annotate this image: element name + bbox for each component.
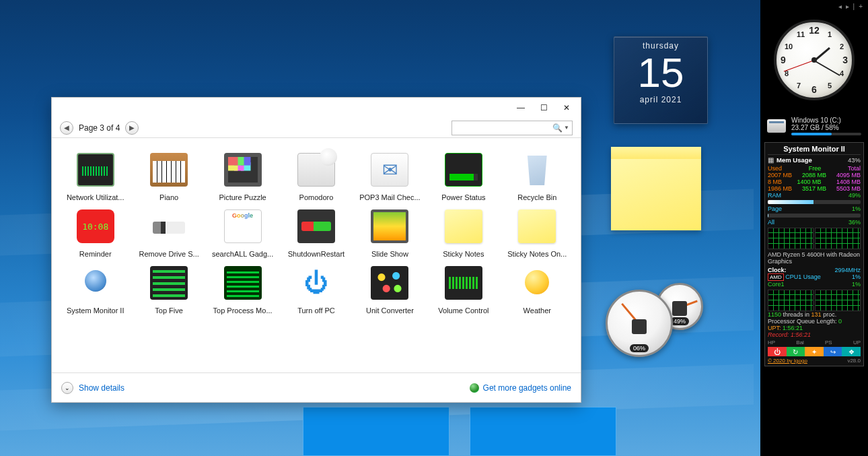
- restart-icon[interactable]: ↻: [787, 347, 805, 356]
- clock-row: Clock:2994MHz: [768, 267, 861, 273]
- cpu-meter-gadget[interactable]: 49% 06%: [606, 283, 754, 364]
- gadget-item-shutdown[interactable]: ShutdownRestart: [279, 205, 353, 258]
- gadget-gallery-window: — ☐ ✕ ◀ Page 3 of 4 ▶ 🔍 ▼ Network Utiliz…: [51, 97, 581, 403]
- gadget-item-sysmon[interactable]: System Monitor II: [59, 262, 132, 315]
- battery-icon: [445, 153, 482, 187]
- gadget-item-piano[interactable]: Piano: [132, 149, 205, 201]
- gadget-item-network[interactable]: Network Utilizat...: [59, 149, 132, 201]
- mail-icon: [371, 153, 408, 187]
- cpu-graphs: [768, 228, 861, 249]
- slideshow-icon: [371, 209, 408, 243]
- gadget-label: Recycle Bin: [503, 193, 571, 201]
- sticky-note-gadget[interactable]: [611, 147, 701, 230]
- cpu-graph-2: [815, 228, 861, 249]
- calendar-gadget[interactable]: thursday 15 april 2021: [614, 36, 708, 124]
- minimize-button[interactable]: —: [509, 100, 532, 115]
- clock-num-2: 2: [840, 42, 844, 51]
- piano-icon: [150, 153, 188, 187]
- power-icon[interactable]: ⏻: [768, 347, 787, 356]
- col-used: Used: [768, 165, 782, 172]
- gadget-item-sticky[interactable]: Sticky Notes: [427, 205, 500, 258]
- lock-icon[interactable]: ❖: [842, 347, 861, 356]
- cpu-chip-icon: [632, 319, 647, 334]
- search-dropdown-icon[interactable]: ▼: [564, 125, 569, 131]
- sidebar-add-icon[interactable]: +: [859, 3, 863, 10]
- gadget-item-top-process[interactable]: Top Process Mo...: [206, 262, 279, 315]
- gadget-label: System Monitor II: [62, 306, 129, 315]
- credit-link[interactable]: © 2020 by Igogo: [768, 358, 807, 364]
- maximize-button[interactable]: ☐: [532, 100, 555, 115]
- gadget-label: Sticky Notes: [430, 250, 497, 258]
- process-list-icon: [150, 266, 188, 300]
- clock-num-11: 11: [797, 30, 805, 38]
- gadget-item-slideshow[interactable]: Slide Show: [353, 205, 427, 258]
- get-more-gadgets-link[interactable]: Get more gadgets online: [483, 383, 571, 393]
- drive-info: Windows 10 (C:) 23.27 GB / 58%: [791, 117, 861, 135]
- gadget-label: Top Five: [135, 306, 203, 315]
- chevron-down-icon[interactable]: ⌄: [61, 382, 73, 394]
- mem-pct: 43%: [848, 156, 861, 164]
- search-box[interactable]: 🔍 ▼: [451, 121, 573, 135]
- drive-status: 23.27 GB / 58%: [791, 124, 861, 131]
- recycle-bin-icon: [518, 153, 556, 187]
- globe-icon: [470, 383, 479, 393]
- clock-num-6: 6: [811, 84, 817, 95]
- gadget-item-volume[interactable]: Volume Control: [427, 262, 500, 315]
- gadget-item-turnoff[interactable]: Turn off PC: [279, 262, 353, 315]
- drive-meter-gadget[interactable]: Windows 10 (C:) 23.27 GB / 58%: [764, 114, 864, 138]
- show-details-link[interactable]: Show details: [79, 383, 124, 393]
- gadget-label: Power Status: [430, 193, 497, 201]
- close-button[interactable]: ✕: [555, 100, 578, 115]
- cpu-dial-value: 06%: [630, 344, 649, 352]
- gadget-item-searchall[interactable]: searchALL Gadg...: [206, 205, 279, 258]
- clock-minute-hand: [814, 60, 840, 76]
- gadget-label: ShutdownRestart: [283, 250, 350, 258]
- network-icon: [77, 153, 114, 187]
- monitor-footer-labels: HPBal PSUP: [768, 339, 861, 346]
- ram-dial-value: 49%: [670, 317, 689, 325]
- gadget-item-puzzle[interactable]: Picture Puzzle: [206, 149, 279, 201]
- cpu-name: AMD Ryzen 5 4600H with Radeon Graphics: [768, 251, 861, 265]
- puzzle-icon: [224, 153, 262, 187]
- ram-row: RAM49%: [768, 192, 861, 199]
- sidebar-next-icon[interactable]: ▸: [846, 3, 849, 10]
- gadget-item-pomodoro[interactable]: Pomodoro: [279, 149, 353, 201]
- pomodoro-icon: [297, 153, 335, 187]
- calendar-date: 15: [614, 52, 707, 94]
- window-titlebar[interactable]: — ☐ ✕: [52, 98, 581, 118]
- search-input[interactable]: [455, 124, 552, 132]
- core-graph-2: [815, 290, 861, 311]
- threads-row: 1150 threads in 131 proc.: [768, 311, 861, 318]
- page-next-button[interactable]: ▶: [125, 121, 139, 135]
- gadget-label: Pomodoro: [283, 193, 350, 201]
- monitor-button-row: ⏻ ↻ ✦ ↪ ❖: [768, 347, 861, 356]
- power-off-icon: [297, 266, 335, 300]
- record-row: Record: 1:56:21: [768, 331, 861, 338]
- gadget-label: Turn off PC: [283, 306, 350, 315]
- col-free: Free: [809, 165, 822, 172]
- logoff-icon[interactable]: ↪: [824, 347, 842, 356]
- sidebar-prev-icon[interactable]: ◂: [838, 3, 842, 10]
- gadget-item-power[interactable]: Power Status: [427, 149, 500, 201]
- page-prev-button[interactable]: ◀: [60, 121, 73, 135]
- gadget-item-sticky-online[interactable]: Sticky Notes On...: [501, 205, 574, 258]
- gadget-item-remove-drive[interactable]: Remove Drive S...: [132, 205, 205, 258]
- search-icon[interactable]: 🔍: [552, 123, 563, 133]
- gadget-item-top-five[interactable]: Top Five: [132, 262, 205, 315]
- cpu-chip-icon: [77, 266, 114, 300]
- clock-num-1: 1: [828, 30, 832, 38]
- sleep-icon[interactable]: ✦: [805, 347, 824, 356]
- gadget-item-unit[interactable]: Unit Converter: [353, 262, 427, 315]
- gallery-footer: ⌄ Show details Get more gadgets online: [52, 372, 581, 402]
- gadget-item-recycle[interactable]: Recycle Bin: [501, 149, 574, 201]
- process-monitor-icon: [224, 266, 262, 300]
- cpu-graph-1: [768, 228, 813, 249]
- gadget-item-weather[interactable]: Weather: [501, 262, 574, 315]
- gadget-label: Network Utilizat...: [62, 193, 129, 201]
- gadget-item-reminder[interactable]: Reminder: [59, 205, 132, 258]
- gadget-item-mail[interactable]: POP3 Mail Chec...: [353, 149, 427, 201]
- system-monitor-gadget[interactable]: System Monitor II ▦ Mem Usage 43% Used F…: [764, 142, 864, 366]
- gadget-label: Weather: [503, 306, 571, 315]
- clock-gadget[interactable]: 12 1 2 3 4 5 6 7 8 9 10 11: [770, 20, 858, 107]
- drive-name: Windows 10 (C:): [791, 117, 861, 124]
